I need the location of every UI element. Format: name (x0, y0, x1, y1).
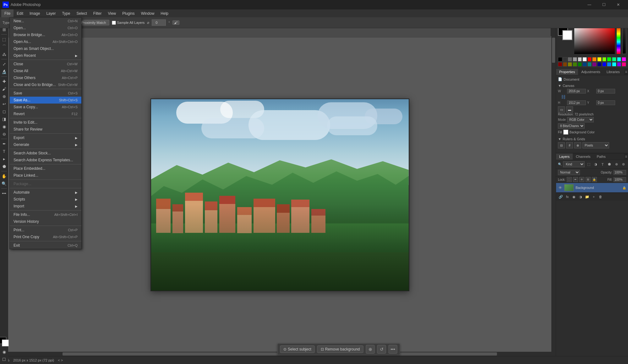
swatch-verylightgray[interactable] (578, 57, 582, 62)
properties-panel-options[interactable]: ≡ (624, 69, 628, 75)
swatch-yellow[interactable] (597, 57, 602, 62)
swatch-green[interactable] (607, 57, 611, 62)
maximize-button[interactable]: ☐ (597, 0, 611, 9)
swatch-purple[interactable] (592, 62, 597, 67)
swatch-olive[interactable] (568, 62, 572, 67)
menu-share-review[interactable]: Share for Review (10, 126, 81, 133)
swatch-black[interactable] (558, 57, 562, 62)
tab-libraries[interactable]: Libraries (603, 69, 623, 75)
menu-print-one[interactable]: Print One Copy Alt+Shift+Ctrl+P (10, 233, 81, 240)
tool-blur[interactable]: ◉ (1, 123, 8, 130)
close-button[interactable]: ✕ (611, 0, 625, 9)
menu-help[interactable]: Help (157, 9, 172, 17)
layer-eye-icon[interactable]: 👁 (558, 185, 562, 190)
menu-open-smart[interactable]: Open as Smart Object... (10, 45, 81, 52)
tool-history-brush[interactable]: ↩ (1, 100, 8, 107)
adjustment-btn[interactable]: ◑ (578, 194, 583, 200)
brush-preset-button[interactable]: 🖌 (172, 20, 179, 25)
swatch-pink[interactable] (622, 62, 626, 67)
tool-more[interactable]: ••• (1, 190, 8, 197)
menu-place-embedded[interactable]: Place Embedded... (10, 165, 81, 172)
layers-panel-options[interactable]: ≡ (624, 153, 628, 160)
menu-invite-edit[interactable]: Invite to Edit... (10, 119, 81, 126)
swatch-yellow-green[interactable] (602, 57, 607, 62)
lock-artboard-btn[interactable]: ⊞ (586, 177, 591, 182)
menu-place-linked[interactable]: Place Linked... (10, 172, 81, 179)
color-spectrum[interactable] (574, 26, 615, 54)
swatch-light-blue[interactable] (607, 62, 611, 67)
swatch-blue[interactable] (602, 62, 607, 67)
canvas-x-input[interactable] (596, 89, 615, 94)
menu-filter[interactable]: Filter (90, 9, 105, 17)
swatch-brown[interactable] (563, 62, 567, 67)
swatch-red[interactable] (587, 57, 592, 62)
proximity-match-button[interactable]: Proximity Match (78, 20, 109, 25)
quick-mask-btn[interactable]: ◉ (1, 348, 8, 355)
tool-shape[interactable]: ⬟ (1, 163, 8, 170)
tab-layers[interactable]: Layers (556, 153, 573, 160)
menu-scripts[interactable]: Scripts ▶ (10, 196, 81, 203)
tab-paths[interactable]: Paths (594, 153, 609, 160)
select-subject-button[interactable]: ⊙ Select subject (280, 345, 315, 353)
layers-adjust-filter[interactable]: ◑ (593, 162, 598, 167)
menu-import[interactable]: Import ▶ (10, 203, 81, 210)
context-icon-btn-1[interactable]: ⊕ (366, 345, 375, 354)
swatch-orange[interactable] (592, 57, 597, 62)
layers-filter-toggle[interactable]: ⊛ (620, 162, 626, 167)
menu-open[interactable]: Open... Ctrl+O (10, 24, 81, 31)
menu-generate[interactable]: Generate ▶ (10, 141, 81, 148)
swatch-violet[interactable] (617, 62, 621, 67)
menu-automate[interactable]: Automate ▶ (10, 189, 81, 196)
tool-pen[interactable]: ✒ (1, 140, 8, 147)
swatch-darkgray[interactable] (563, 57, 567, 62)
swatch-cyan[interactable] (617, 57, 621, 62)
context-more-btn[interactable]: ••• (389, 345, 397, 354)
layers-shape-filter[interactable]: ⬟ (607, 162, 612, 167)
menu-close-others[interactable]: Close Others Alt+Ctrl+P (10, 74, 81, 81)
units-select[interactable]: Pixels Inches Centimeters (582, 142, 609, 148)
tool-crop[interactable]: ⤢ (1, 61, 8, 67)
tab-adjustments[interactable]: Adjustments (578, 69, 603, 75)
layers-kind-filter[interactable]: Kind Name Effect (563, 161, 585, 167)
tool-eraser[interactable]: ◻ (1, 108, 8, 115)
swatch-dark-green[interactable] (578, 62, 582, 67)
tool-type[interactable]: T (1, 148, 8, 155)
menu-version-history[interactable]: Version History (10, 218, 81, 225)
menu-image[interactable]: Image (26, 9, 43, 17)
sample-all-layers-checkbox[interactable]: Sample All Layers (112, 21, 145, 25)
menu-open-recent[interactable]: Open Recent ▶ (10, 52, 81, 59)
new-group-btn[interactable]: 📁 (584, 194, 590, 200)
remove-background-button[interactable]: ⊡ Remove background (317, 345, 363, 353)
lock-transparent-btn[interactable]: ⬚ (567, 177, 572, 182)
menu-revert[interactable]: Revert F12 (10, 110, 81, 117)
tool-lasso[interactable]: ⌒ (1, 43, 8, 50)
swatch-navy[interactable] (597, 62, 602, 67)
menu-edit[interactable]: Edit (14, 9, 26, 17)
swatch-teal[interactable] (587, 62, 592, 67)
menu-search-express[interactable]: Search Adobe Express Templates... (10, 157, 81, 163)
menu-layer[interactable]: Layer (43, 9, 59, 17)
menu-file[interactable]: File (1, 9, 14, 17)
blend-mode-select[interactable]: Normal Multiply Screen Overlay (558, 170, 580, 175)
menu-browse-bridge[interactable]: Browse in Bridge... Alt+Ctrl+O (10, 31, 81, 38)
tool-path-select[interactable]: ▸ (1, 155, 8, 162)
swatch-green-cyan[interactable] (612, 57, 616, 62)
tool-zoom[interactable]: 🔍 (1, 180, 8, 187)
swatch-dark-yellow-green[interactable] (573, 62, 577, 67)
menu-view[interactable]: View (105, 9, 119, 17)
menu-type[interactable]: Type (59, 9, 73, 17)
opacity-input[interactable] (614, 170, 626, 175)
layers-pixel-filter[interactable]: ⬚ (586, 162, 592, 167)
tool-clone[interactable]: ⊕ (1, 93, 8, 100)
tool-brush[interactable]: 🖌 (1, 85, 8, 92)
tool-magic-wand[interactable]: ⁂ (1, 51, 8, 58)
canvas-width-input[interactable] (567, 89, 586, 94)
menu-select[interactable]: Select (73, 9, 90, 17)
menu-plugins[interactable]: Plugins (119, 9, 138, 17)
canvas-section-title[interactable]: ▼ Canvas (558, 84, 626, 88)
canvas-y-input[interactable] (596, 100, 615, 105)
menu-close[interactable]: Close Ctrl+W (10, 61, 81, 67)
landscape-button[interactable]: ▬ (566, 106, 573, 113)
background-swatch[interactable] (562, 30, 572, 40)
menu-open-as[interactable]: Open As... Alt+Shift+Ctrl+O (10, 38, 81, 45)
